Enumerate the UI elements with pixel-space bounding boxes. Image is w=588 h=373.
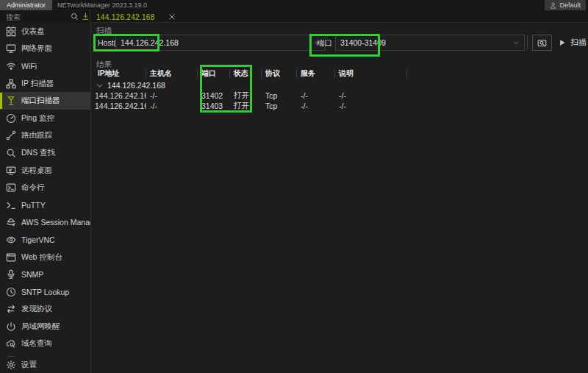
table-cell: 31402 bbox=[198, 91, 230, 100]
sidebar-item-snmp[interactable]: SNMP bbox=[0, 266, 90, 283]
putty-icon bbox=[6, 200, 16, 210]
sidebar-item-label: 发现协议 bbox=[21, 304, 52, 314]
sidebar-item-wake-on-lan[interactable]: 局域网唤醒 bbox=[0, 318, 90, 335]
sidebar-item-ping-monitor[interactable]: Ping 监控 bbox=[0, 110, 90, 127]
sidebar-item-label: 仪表盘 bbox=[21, 26, 45, 37]
sidebar-item-dns-lookup[interactable]: DNS 查找 bbox=[0, 144, 90, 162]
ip-scanner-icon bbox=[6, 79, 16, 89]
network-interface-icon bbox=[6, 43, 16, 54]
play-icon bbox=[559, 39, 566, 46]
sidebar-item-tigervnc[interactable]: TigerVNC bbox=[0, 231, 90, 249]
results-table: IP地址主机名端口状态协议服务说明 144.126.242.168 144.12… bbox=[95, 68, 582, 111]
command-line-icon bbox=[6, 182, 16, 193]
search-icon[interactable] bbox=[71, 13, 79, 21]
detect-profile-button[interactable] bbox=[532, 35, 552, 51]
profile-button[interactable]: Default bbox=[545, 0, 586, 10]
sidebar-item-label: IP 扫描器 bbox=[21, 79, 54, 89]
administrator-badge: Administrator bbox=[0, 0, 52, 10]
sidebar-item-settings[interactable]: 设置 bbox=[0, 357, 90, 373]
column-header[interactable]: IP地址 bbox=[95, 69, 146, 78]
web-console-icon bbox=[6, 252, 16, 263]
port-value[interactable]: 31400-31409 bbox=[340, 38, 386, 47]
sidebar-item-remote-desktop[interactable]: 远程桌面 bbox=[0, 162, 90, 180]
column-header[interactable]: 协议 bbox=[262, 69, 297, 78]
table-cell: -/- bbox=[146, 102, 198, 110]
sidebar-item-web-console[interactable]: Web 控制台 bbox=[0, 249, 90, 266]
sntp-lookup-icon bbox=[6, 287, 16, 297]
table-cell: Tcp bbox=[262, 102, 297, 110]
sidebar: 仪表盘 网络界面 WiFi IP 扫描器 端口扫描器 Ping 监控 路由跟踪 … bbox=[0, 23, 91, 373]
app-title: NETworkManager 2023.3.19.0 bbox=[57, 1, 147, 9]
sidebar-item-label: 路由跟踪 bbox=[21, 130, 52, 141]
table-cell: -/- bbox=[146, 91, 198, 100]
sidebar-item-label: 网络界面 bbox=[21, 43, 52, 54]
sidebar-item-label: 命令行 bbox=[21, 182, 45, 193]
sidebar-item-network-interface[interactable]: 网络界面 bbox=[0, 40, 90, 58]
sidebar-search[interactable]: 搜索 bbox=[0, 10, 90, 23]
table-cell: Tcp bbox=[262, 91, 297, 100]
sidebar-item-port-scanner[interactable]: 端口扫描器 bbox=[0, 92, 90, 110]
wake-on-lan-icon bbox=[6, 322, 16, 332]
collapse-sidebar-icon[interactable] bbox=[82, 13, 90, 21]
sidebar-item-label: DNS 查找 bbox=[21, 148, 55, 158]
column-header[interactable]: 主机名 bbox=[146, 69, 198, 78]
column-header[interactable]: 服务 bbox=[297, 69, 335, 78]
tigervnc-icon bbox=[6, 235, 16, 245]
snmp-icon bbox=[6, 269, 16, 280]
column-header[interactable]: 端口 bbox=[198, 69, 230, 78]
sidebar-item-traceroute[interactable]: 路由跟踪 bbox=[0, 127, 90, 145]
traceroute-icon bbox=[6, 130, 16, 141]
results-table-header: IP地址主机名端口状态协议服务说明 bbox=[95, 68, 582, 79]
tab-port-scan[interactable]: 144.126.242.168 bbox=[96, 12, 176, 22]
sidebar-item-label: SNTP Lookup bbox=[21, 288, 69, 296]
sidebar-item-label: AWS Session Manager bbox=[21, 218, 91, 227]
sidebar-item-command-line[interactable]: 命令行 bbox=[0, 179, 90, 196]
dns-lookup-icon bbox=[6, 148, 16, 158]
sidebar-item-label: 局域网唤醒 bbox=[21, 322, 60, 332]
tab-label[interactable]: 144.126.242.168 bbox=[96, 13, 155, 21]
sidebar-item-discovery-protocol[interactable]: 发现协议 bbox=[0, 301, 90, 319]
sidebar-item-whois[interactable]: 域名查询 bbox=[0, 335, 90, 353]
toolbar-separator bbox=[527, 35, 528, 50]
sidebar-item-label: 设置 bbox=[21, 360, 37, 370]
sidebar-item-aws-session-manager[interactable]: AWS Session Manager bbox=[0, 214, 90, 232]
host-value[interactable]: 144.126.242.168 bbox=[121, 38, 179, 47]
column-header[interactable]: 说明 bbox=[335, 69, 407, 78]
sidebar-item-label: 域名查询 bbox=[21, 338, 52, 349]
port-scanner-icon bbox=[6, 96, 16, 106]
ping-monitor-icon bbox=[6, 113, 16, 124]
sidebar-item-dashboard[interactable]: 仪表盘 bbox=[0, 23, 90, 40]
expander-chevron-icon[interactable] bbox=[96, 82, 103, 89]
table-row[interactable]: 144.126.242.168-/-31402打开Tcp-/--/- bbox=[95, 90, 582, 101]
sidebar-item-ip-scanner[interactable]: IP 扫描器 bbox=[0, 75, 90, 93]
table-cell: 144.126.242.168 bbox=[95, 102, 146, 110]
chevron-down-icon[interactable] bbox=[513, 40, 520, 46]
port-combobox[interactable]: 31400-31409 bbox=[335, 35, 525, 51]
sidebar-item-label: 远程桌面 bbox=[21, 166, 52, 176]
sidebar-item-sntp-lookup[interactable]: SNTP Lookup bbox=[0, 283, 90, 301]
table-cell: -/- bbox=[297, 91, 335, 100]
person-icon bbox=[550, 2, 556, 9]
titlebar: Administrator NETworkManager 2023.3.19.0… bbox=[0, 0, 588, 10]
scan-button-label: 扫描 bbox=[571, 38, 587, 48]
search-input[interactable]: 搜索 bbox=[6, 13, 21, 23]
sidebar-item-wifi[interactable]: WiFi bbox=[0, 57, 90, 75]
results-group-row[interactable]: 144.126.242.168 bbox=[95, 80, 582, 90]
close-icon[interactable] bbox=[168, 13, 176, 21]
sidebar-list: 仪表盘 网络界面 WiFi IP 扫描器 端口扫描器 Ping 监控 路由跟踪 … bbox=[0, 23, 90, 370]
profile-button-label: Default bbox=[559, 1, 581, 9]
discovery-protocol-icon bbox=[6, 304, 16, 314]
sidebar-item-putty[interactable]: PuTTY bbox=[0, 196, 90, 214]
sidebar-item-label: PuTTY bbox=[21, 201, 46, 210]
sidebar-item-label: 端口扫描器 bbox=[21, 96, 60, 106]
sidebar-item-label: TigerVNC bbox=[21, 235, 55, 244]
table-row[interactable]: 144.126.242.168-/-31403打开Tcp-/--/- bbox=[95, 101, 582, 111]
table-cell: 144.126.242.168 bbox=[95, 91, 146, 100]
sidebar-item-label: WiFi bbox=[21, 62, 37, 71]
settings-gear-icon bbox=[6, 360, 16, 370]
tab-strip: 搜索 144.126.242.168 bbox=[0, 10, 588, 23]
column-header[interactable]: 状态 bbox=[230, 69, 262, 78]
host-combobox[interactable]: 144.126.242.168 bbox=[115, 35, 326, 51]
scan-button[interactable]: 扫描 bbox=[556, 35, 588, 51]
table-cell: -/- bbox=[335, 102, 407, 110]
